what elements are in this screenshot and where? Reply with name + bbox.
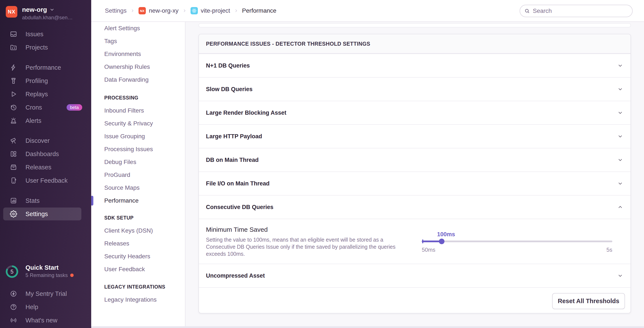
nav-item-user-feedback[interactable]: User Feedback xyxy=(91,263,185,276)
nav-item-alert-settings[interactable]: Alert Settings xyxy=(91,22,185,35)
sidebar-item-my-sentry-trial[interactable]: My Sentry Trial xyxy=(0,287,91,300)
sidebar-item-stats[interactable]: Stats xyxy=(0,194,91,207)
detector-row-uncompressed-asset[interactable]: Uncompressed Asset xyxy=(199,264,630,287)
sidebar-item-dashboards[interactable]: Dashboards xyxy=(0,147,91,160)
sidebar-item-label: My Sentry Trial xyxy=(26,290,67,297)
search-input[interactable] xyxy=(533,8,628,14)
nav-item-releases[interactable]: Releases xyxy=(91,237,185,250)
breadcrumb-performance: Performance xyxy=(242,7,276,14)
sidebar-group-4: Stats Settings xyxy=(0,194,91,221)
trial-lightning-icon xyxy=(10,290,17,297)
chevron-down-icon xyxy=(49,7,55,13)
bottom-scroll-edge xyxy=(91,326,644,328)
feedback-phone-icon xyxy=(10,177,17,184)
reset-all-thresholds-button[interactable]: Reset All Thresholds xyxy=(552,293,625,309)
nav-item-processing-issues[interactable]: Processing Issues xyxy=(91,143,185,156)
sidebar-item-user-feedback[interactable]: User Feedback xyxy=(0,174,91,187)
nav-item-security-headers[interactable]: Security Headers xyxy=(91,250,185,263)
detector-row-n-plus-one-db-queries[interactable]: N+1 DB Queries xyxy=(199,54,630,77)
nav-item-client-keys[interactable]: Client Keys (DSN) xyxy=(91,224,185,237)
sidebar-item-help[interactable]: Help xyxy=(0,300,91,314)
projects-icon xyxy=(10,44,17,51)
detector-row-large-http-payload[interactable]: Large HTTP Payload xyxy=(199,124,630,148)
org-avatar[interactable]: NX xyxy=(6,6,17,18)
chevron-down-icon xyxy=(617,63,623,69)
previous-panel-edge xyxy=(198,23,631,28)
nav-item-tags[interactable]: Tags xyxy=(91,35,185,48)
slider-min-label: 50ms xyxy=(422,247,436,253)
topbar: Settings NX new-org-xy vite-project Perf… xyxy=(91,0,644,22)
org-badge: NX xyxy=(138,7,146,14)
archive-icon xyxy=(10,163,17,171)
sidebar-item-whats-new[interactable]: What's new xyxy=(0,314,91,327)
breadcrumb: Settings NX new-org-xy vite-project Perf… xyxy=(105,0,276,22)
nav-item-data-forwarding[interactable]: Data Forwarding xyxy=(91,73,185,86)
breadcrumb-project[interactable]: vite-project xyxy=(190,7,230,14)
nav-item-proguard[interactable]: ProGuard xyxy=(91,169,185,181)
sidebar-group-1: Issues Projects xyxy=(0,28,91,54)
sidebar-item-releases[interactable]: Releases xyxy=(0,160,91,174)
detector-row-slow-db-queries[interactable]: Slow DB Queries xyxy=(199,77,630,101)
dashboard-icon xyxy=(10,150,17,157)
nav-item-environments[interactable]: Environments xyxy=(91,48,185,60)
org-name[interactable]: new-org xyxy=(22,6,47,13)
detector-row-large-render-blocking-asset[interactable]: Large Render Blocking Asset xyxy=(199,101,630,124)
nav-item-ownership-rules[interactable]: Ownership Rules xyxy=(91,60,185,73)
chevron-down-icon xyxy=(617,157,623,163)
quick-start-panel[interactable]: 5 Quick Start 5 Remaining tasks xyxy=(0,264,91,278)
nav-item-performance[interactable]: Performance xyxy=(91,194,185,207)
detector-row-consecutive-db-queries[interactable]: Consecutive DB Queries xyxy=(199,195,630,219)
sidebar-item-alerts[interactable]: Alerts xyxy=(0,114,91,127)
sidebar-item-performance[interactable]: Performance xyxy=(0,61,91,74)
sidebar-item-settings[interactable]: Settings xyxy=(0,207,91,221)
clock-icon xyxy=(10,104,17,111)
panel-title: PERFORMANCE ISSUES - DETECTOR THRESHOLD … xyxy=(199,34,630,54)
nav-item-issue-grouping[interactable]: Issue Grouping xyxy=(91,130,185,143)
nav-header-sdk-setup: SDK SETUP xyxy=(91,211,185,224)
sidebar-item-discover[interactable]: Discover xyxy=(0,134,91,147)
chevron-down-icon xyxy=(617,133,623,139)
react-project-icon xyxy=(190,7,198,14)
sidebar-item-label: Discover xyxy=(26,137,50,144)
siren-icon xyxy=(10,117,17,124)
sidebar-item-issues[interactable]: Issues xyxy=(0,28,91,41)
sidebar-item-label: Replays xyxy=(26,91,48,98)
sidebar-group-2: Performance Profiling Replays Crons beta… xyxy=(0,61,91,127)
quick-start-progress-ring: 5 xyxy=(6,265,18,278)
notification-dot xyxy=(70,274,74,277)
detector-row-db-on-main-thread[interactable]: DB on Main Thread xyxy=(199,148,630,172)
sidebar-item-label: Releases xyxy=(26,164,52,171)
sidebar-item-label: Crons xyxy=(26,104,42,111)
sidebar-item-projects[interactable]: Projects xyxy=(0,41,91,54)
nav-header-legacy-integrations: LEGACY INTEGRATIONS xyxy=(91,280,185,293)
profiling-icon xyxy=(10,77,17,84)
breadcrumb-organization[interactable]: NX new-org-xy xyxy=(138,7,178,14)
nav-item-debug-files[interactable]: Debug Files xyxy=(91,156,185,169)
search-box[interactable] xyxy=(520,5,633,17)
sidebar-item-label: Dashboards xyxy=(26,150,59,157)
nav-item-legacy-integrations[interactable]: Legacy Integrations xyxy=(91,293,185,306)
sidebar-item-replays[interactable]: Replays xyxy=(0,87,91,101)
org-switcher[interactable]: NX new-org abdullah.khan@sen… xyxy=(6,6,73,21)
sidebar-item-label: Settings xyxy=(26,211,48,218)
slider-track[interactable] xyxy=(422,241,612,242)
slider-max-label: 5s xyxy=(606,247,612,253)
sidebar-item-profiling[interactable]: Profiling xyxy=(0,74,91,87)
slider-thumb[interactable] xyxy=(439,239,444,244)
nav-item-source-maps[interactable]: Source Maps xyxy=(91,181,185,194)
nav-item-inbound-filters[interactable]: Inbound Filters xyxy=(91,104,185,117)
sidebar-item-crons[interactable]: Crons beta xyxy=(0,101,91,114)
nav-item-security-privacy[interactable]: Security & Privacy xyxy=(91,117,185,130)
panel-footer: Reset All Thresholds xyxy=(199,287,630,313)
issues-icon xyxy=(10,31,17,38)
breadcrumb-settings[interactable]: Settings xyxy=(105,7,126,14)
sidebar-item-label: Projects xyxy=(26,44,48,51)
detector-row-file-io-on-main-thread[interactable]: File I/O on Main Thread xyxy=(199,172,630,195)
quick-start-subtitle: 5 Remaining tasks xyxy=(26,272,68,278)
sidebar-footer-group: My Sentry Trial Help What's new xyxy=(0,287,91,327)
sidebar-group-3: Discover Dashboards Releases User Feedba… xyxy=(0,134,91,187)
chevron-down-icon xyxy=(617,181,623,187)
project-settings-nav: Alert Settings Tags Environments Ownersh… xyxy=(91,22,186,326)
consecutive-db-queries-settings: Minimum Time Saved Setting the value to … xyxy=(199,219,630,264)
setting-label: Minimum Time Saved xyxy=(206,226,268,233)
